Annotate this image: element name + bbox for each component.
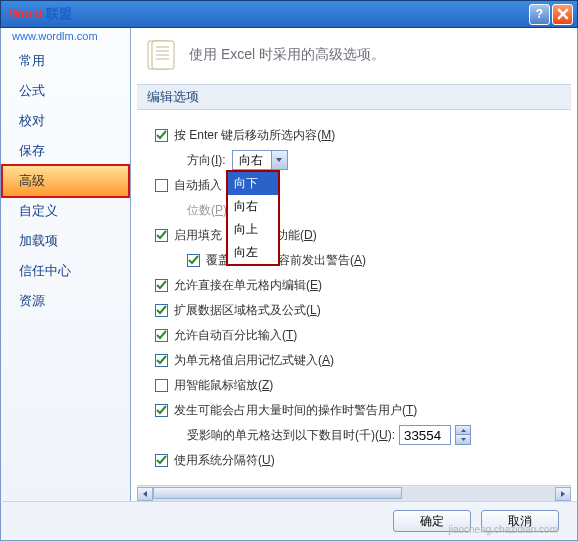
checkbox-autocomplete[interactable] — [155, 354, 168, 367]
option-cell-threshold: 受影响的单元格达到以下数目时(千)(U): — [155, 425, 563, 445]
label-edit-in-cell: 允许直接在单元格内编辑(E) — [174, 277, 322, 294]
dropdown-item-left[interactable]: 向左 — [228, 241, 278, 264]
option-edit-in-cell: 允许直接在单元格内编辑(E) — [155, 275, 563, 295]
scrollbar-thumb[interactable] — [153, 487, 402, 499]
option-overwrite-warn: 覆盖单元格内容前发出警告(A) — [155, 250, 563, 270]
sidebar-item-addins[interactable]: 加载项 — [1, 226, 130, 256]
label-auto-insert: 自动插入 — [174, 177, 222, 194]
checkbox-long-op-alert[interactable] — [155, 404, 168, 417]
section-title: 编辑选项 — [137, 84, 571, 110]
option-autocomplete: 为单元格值启用记忆式键入(A) — [155, 350, 563, 370]
label-direction: 方向(I): — [187, 152, 226, 169]
checkbox-enter-move[interactable] — [155, 129, 168, 142]
combo-direction-value: 向右 — [233, 152, 271, 169]
scroll-left-icon[interactable] — [137, 487, 153, 501]
dropdown-item-right[interactable]: 向右 — [228, 195, 278, 218]
option-auto-insert: 自动插入 — [155, 175, 563, 195]
combo-direction[interactable]: 向右 — [232, 150, 288, 170]
titlebar: Word 联盟 ? — [0, 0, 578, 28]
sidebar-item-save[interactable]: 保存 — [1, 136, 130, 166]
title-brand: Word — [9, 6, 42, 21]
checkbox-intellimouse[interactable] — [155, 379, 168, 392]
window-buttons: ? — [529, 4, 573, 25]
help-button[interactable]: ? — [529, 4, 550, 25]
checkbox-edit-in-cell[interactable] — [155, 279, 168, 292]
sidebar-item-general[interactable]: 常用 — [1, 46, 130, 76]
label-sys-separators: 使用系统分隔符(U) — [174, 452, 275, 469]
watermark-url: www.wordlm.com — [12, 30, 98, 42]
sidebar: 常用 公式 校对 保存 高级 自定义 加载项 信任中心 资源 — [1, 28, 131, 501]
label-places: 位数(P): — [187, 202, 230, 219]
sidebar-item-formulas[interactable]: 公式 — [1, 76, 130, 106]
option-direction: 方向(I): 向右 向下 向右 向上 向左 — [155, 150, 563, 170]
sidebar-item-proofing[interactable]: 校对 — [1, 106, 130, 136]
sidebar-item-customize[interactable]: 自定义 — [1, 196, 130, 226]
label-autocomplete: 为单元格值启用记忆式键入(A) — [174, 352, 334, 369]
option-long-op-alert: 发生可能会占用大量时间的操作时警告用户(T) — [155, 400, 563, 420]
label-intellimouse: 用智能鼠标缩放(Z) — [174, 377, 273, 394]
checkbox-overwrite-warn[interactable] — [187, 254, 200, 267]
scroll-right-icon[interactable] — [555, 487, 571, 501]
spinner-down-icon[interactable] — [456, 435, 470, 444]
cancel-button[interactable]: 取消 — [481, 510, 559, 532]
sidebar-item-advanced[interactable]: 高级 — [1, 164, 130, 198]
option-fill-handle: 启用填充xxxxx拖放功能(D) — [155, 225, 563, 245]
label-percent-entry: 允许自动百分比输入(T) — [174, 327, 297, 344]
label-extend-formats: 扩展数据区域格式及公式(L) — [174, 302, 321, 319]
ok-button[interactable]: 确定 — [393, 510, 471, 532]
label-long-op-alert: 发生可能会占用大量时间的操作时警告用户(T) — [174, 402, 417, 419]
close-icon — [557, 8, 569, 20]
dropdown-item-down[interactable]: 向下 — [228, 172, 278, 195]
sidebar-item-resources[interactable]: 资源 — [1, 286, 130, 316]
checkbox-fill-handle[interactable] — [155, 229, 168, 242]
scrollbar-track[interactable] — [153, 487, 555, 501]
checkbox-percent-entry[interactable] — [155, 329, 168, 342]
option-percent-entry: 允许自动百分比输入(T) — [155, 325, 563, 345]
checkbox-sys-separators[interactable] — [155, 454, 168, 467]
horizontal-scrollbar[interactable] — [137, 485, 571, 501]
input-cell-threshold[interactable] — [399, 425, 451, 445]
dialog-body: 常用 公式 校对 保存 高级 自定义 加载项 信任中心 资源 使用 Excel … — [0, 28, 578, 501]
panel-header: 使用 Excel 时采用的高级选项。 — [131, 28, 577, 84]
window-title: Word 联盟 — [5, 5, 529, 23]
option-enter-move: 按 Enter 键后移动所选内容(M) — [155, 125, 563, 145]
checkbox-auto-insert[interactable] — [155, 179, 168, 192]
checkbox-extend-formats[interactable] — [155, 304, 168, 317]
label-enter-move: 按 Enter 键后移动所选内容(M) — [174, 127, 335, 144]
option-sys-separators: 使用系统分隔符(U) — [155, 450, 563, 470]
option-places: 位数(P): — [155, 200, 563, 220]
main-panel: 使用 Excel 时采用的高级选项。 编辑选项 按 Enter 键后移动所选内容… — [131, 28, 577, 501]
dropdown-direction: 向下 向右 向上 向左 — [226, 170, 280, 266]
dialog-footer: 确定 取消 jiaocheng.chazidian.com — [0, 501, 578, 541]
spinner-up-icon[interactable] — [456, 426, 470, 435]
panel-header-text: 使用 Excel 时采用的高级选项。 — [189, 46, 385, 64]
chevron-down-icon — [271, 151, 287, 169]
label-cell-threshold: 受影响的单元格达到以下数目时(千)(U): — [187, 427, 395, 444]
dropdown-item-up[interactable]: 向上 — [228, 218, 278, 241]
option-extend-formats: 扩展数据区域格式及公式(L) — [155, 300, 563, 320]
options-icon — [145, 38, 179, 72]
option-intellimouse: 用智能鼠标缩放(Z) — [155, 375, 563, 395]
sidebar-item-trust[interactable]: 信任中心 — [1, 256, 130, 286]
options-area: 按 Enter 键后移动所选内容(M) 方向(I): 向右 向下 向右 向上 向… — [131, 120, 577, 485]
close-button[interactable] — [552, 4, 573, 25]
